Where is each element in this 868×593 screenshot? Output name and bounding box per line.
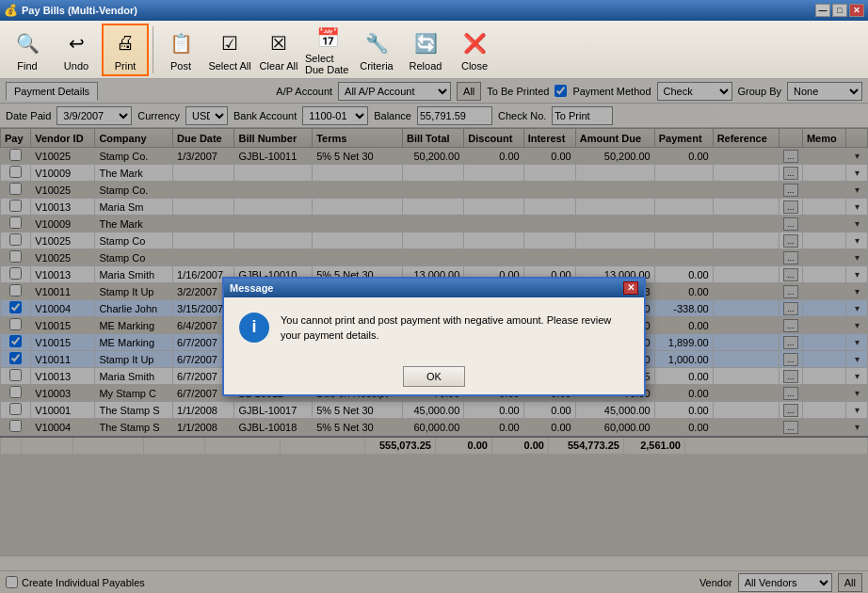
find-button[interactable]: 🔍 Find bbox=[4, 24, 51, 76]
post-label: Post bbox=[170, 60, 191, 72]
select-due-date-button[interactable]: 📅 Select Due Date bbox=[304, 24, 351, 76]
criteria-label: Criteria bbox=[360, 60, 393, 72]
select-due-date-label: Select Due Date bbox=[305, 53, 350, 75]
post-icon: 📋 bbox=[166, 28, 196, 58]
clear-all-label: Clear All bbox=[260, 60, 298, 72]
title-bar-buttons: — □ ✕ bbox=[815, 4, 864, 17]
window-title: Pay Bills (Multi-Vendor) bbox=[22, 5, 137, 16]
print-label: Print bbox=[115, 60, 137, 72]
criteria-icon: 🔧 bbox=[362, 28, 392, 58]
modal-ok-button[interactable]: OK bbox=[403, 366, 465, 387]
close-window-button[interactable]: ✕ bbox=[849, 4, 864, 17]
close-icon: ❌ bbox=[459, 28, 490, 58]
modal-close-button[interactable]: ✕ bbox=[623, 281, 638, 295]
find-label: Find bbox=[17, 60, 37, 72]
criteria-button[interactable]: 🔧 Criteria bbox=[353, 24, 400, 76]
undo-label: Undo bbox=[64, 60, 88, 72]
modal-message: You cannot print and post payment with n… bbox=[281, 313, 629, 344]
sep-1 bbox=[153, 26, 153, 73]
post-button[interactable]: 📋 Post bbox=[157, 24, 204, 76]
modal-overlay: Message ✕ i You cannot print and post pa… bbox=[0, 79, 868, 593]
undo-icon: ↩ bbox=[61, 28, 91, 58]
modal-body: i You cannot print and post payment with… bbox=[224, 297, 644, 359]
main-content: Payment Details A/P Account All A/P Acco… bbox=[0, 79, 868, 593]
restore-button[interactable]: □ bbox=[832, 4, 847, 17]
select-all-button[interactable]: ☑ Select All bbox=[206, 24, 253, 76]
close-label: Close bbox=[461, 60, 488, 72]
print-icon: 🖨 bbox=[110, 28, 140, 58]
toolbar: 🔍 Find ↩ Undo 🖨 Print Select 📋 Post ☑ Se… bbox=[0, 21, 868, 79]
reload-label: Reload bbox=[410, 60, 442, 72]
modal-title-bar: Message ✕ bbox=[224, 279, 644, 297]
print-button[interactable]: 🖨 Print Select bbox=[102, 24, 149, 76]
modal-footer: OK bbox=[224, 359, 644, 394]
modal-title: Message bbox=[230, 282, 273, 294]
select-all-label: Select All bbox=[208, 60, 250, 72]
info-icon: i bbox=[239, 313, 269, 343]
select-due-date-icon: 📅 bbox=[313, 24, 343, 51]
close-button[interactable]: ❌ Close bbox=[451, 24, 498, 76]
reload-button[interactable]: 🔄 Reload bbox=[402, 24, 449, 76]
find-icon: 🔍 bbox=[12, 28, 42, 58]
clear-all-icon: ☒ bbox=[264, 28, 294, 58]
app-icon: 💰 bbox=[4, 4, 18, 17]
undo-button[interactable]: ↩ Undo bbox=[53, 24, 100, 76]
title-bar: 💰 Pay Bills (Multi-Vendor) — □ ✕ bbox=[0, 0, 868, 21]
minimize-button[interactable]: — bbox=[815, 4, 830, 17]
select-all-icon: ☑ bbox=[215, 28, 245, 58]
reload-icon: 🔄 bbox=[410, 28, 441, 58]
title-bar-left: 💰 Pay Bills (Multi-Vendor) bbox=[4, 4, 137, 17]
clear-all-button[interactable]: ☒ Clear All bbox=[255, 24, 302, 76]
message-dialog: Message ✕ i You cannot print and post pa… bbox=[222, 277, 646, 396]
